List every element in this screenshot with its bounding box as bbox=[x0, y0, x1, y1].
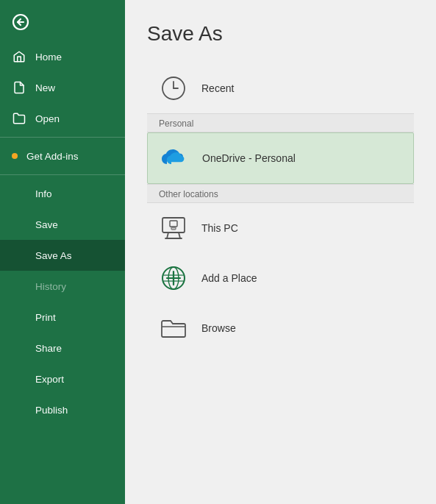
save-recent-label: Recent bbox=[201, 82, 234, 94]
page-title: Save As bbox=[147, 22, 414, 46]
svg-line-6 bbox=[167, 233, 168, 238]
save-add-place-label: Add a Place bbox=[201, 272, 257, 284]
sidebar-item-home-label: Home bbox=[35, 52, 62, 63]
save-add-place-item[interactable]: Add a Place bbox=[147, 253, 414, 303]
sidebar-item-history: History bbox=[0, 271, 125, 302]
sidebar-item-share[interactable]: Share bbox=[0, 333, 125, 363]
svg-rect-5 bbox=[162, 218, 185, 233]
sidebar-item-get-add-ins[interactable]: Get Add-ins bbox=[0, 141, 125, 171]
sidebar-item-new-label: New bbox=[35, 82, 55, 93]
browse-icon bbox=[159, 313, 188, 343]
save-section: Recent Personal OneDrive - Personal Othe… bbox=[147, 63, 414, 353]
onedrive-icon bbox=[160, 143, 189, 173]
sidebar-item-print[interactable]: Print bbox=[0, 302, 125, 333]
save-onedrive-label: OneDrive - Personal bbox=[202, 152, 296, 164]
other-locations-section-label: Other locations bbox=[147, 184, 414, 203]
personal-section-label: Personal bbox=[147, 113, 414, 132]
save-browse-item[interactable]: Browse bbox=[147, 303, 414, 353]
save-this-pc-label: This PC bbox=[201, 222, 238, 234]
save-this-pc-item[interactable]: This PC bbox=[147, 203, 414, 253]
sidebar-item-get-add-ins-label: Get Add-ins bbox=[26, 151, 79, 162]
sidebar-item-share-label: Share bbox=[12, 343, 62, 354]
sidebar-item-new[interactable]: New bbox=[0, 72, 125, 103]
back-button[interactable] bbox=[0, 0, 125, 41]
sidebar-item-info-label: Info bbox=[12, 188, 52, 199]
sidebar-item-home[interactable]: Home bbox=[0, 41, 125, 72]
open-icon bbox=[12, 111, 26, 126]
add-place-icon bbox=[159, 263, 188, 293]
sidebar-item-info[interactable]: Info bbox=[0, 178, 125, 209]
save-recent-item[interactable]: Recent bbox=[147, 63, 414, 113]
dot-indicator-icon bbox=[12, 153, 18, 159]
sidebar-item-save[interactable]: Save bbox=[0, 209, 125, 240]
this-pc-icon bbox=[159, 213, 188, 243]
new-icon bbox=[12, 80, 26, 95]
save-browse-label: Browse bbox=[201, 322, 236, 334]
sidebar-item-save-label: Save bbox=[12, 219, 58, 230]
sidebar-nav: Home New Open Get Add-in bbox=[0, 41, 125, 504]
sidebar-item-export[interactable]: Export bbox=[0, 363, 125, 394]
sidebar-item-open-label: Open bbox=[35, 113, 60, 124]
sidebar-item-save-as-label: Save As bbox=[12, 250, 72, 261]
recent-icon bbox=[159, 74, 188, 103]
sidebar-item-export-label: Export bbox=[12, 374, 64, 385]
sidebar-item-open[interactable]: Open bbox=[0, 103, 125, 134]
sidebar-divider-2 bbox=[0, 174, 125, 175]
svg-line-7 bbox=[179, 233, 180, 238]
main-content: Save As Recent Personal bbox=[125, 0, 436, 504]
sidebar-item-save-as[interactable]: Save As bbox=[0, 240, 125, 271]
sidebar-item-print-label: Print bbox=[12, 312, 56, 323]
sidebar-item-publish-label: Publish bbox=[12, 405, 68, 416]
svg-rect-9 bbox=[170, 221, 177, 227]
sidebar-item-history-label: History bbox=[12, 281, 66, 292]
sidebar-item-publish[interactable]: Publish bbox=[0, 394, 125, 425]
home-icon bbox=[12, 49, 26, 64]
svg-rect-10 bbox=[171, 227, 176, 230]
sidebar: Home New Open Get Add-in bbox=[0, 0, 125, 504]
save-onedrive-item[interactable]: OneDrive - Personal bbox=[147, 132, 414, 184]
sidebar-divider-1 bbox=[0, 137, 125, 138]
